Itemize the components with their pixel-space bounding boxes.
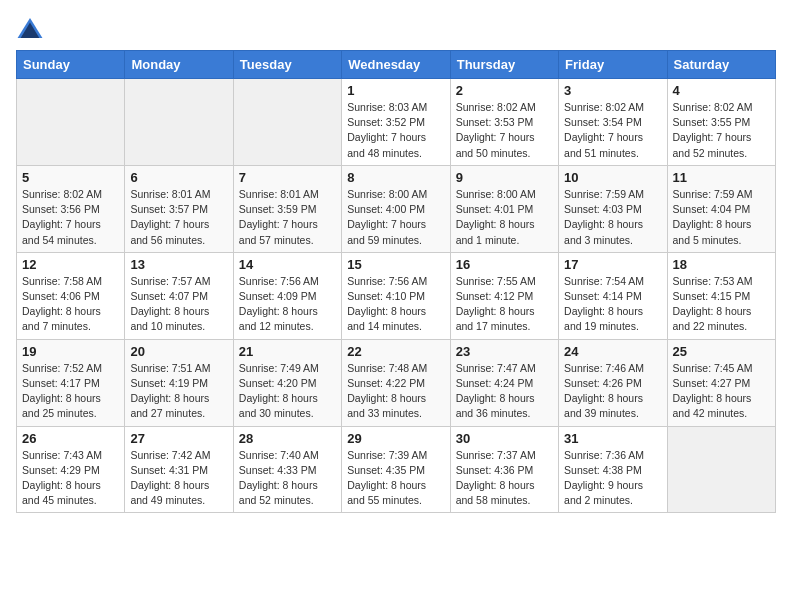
day-number: 2 — [456, 83, 553, 98]
day-number: 9 — [456, 170, 553, 185]
day-info: Sunrise: 7:56 AM Sunset: 4:10 PM Dayligh… — [347, 274, 444, 335]
day-info: Sunrise: 7:53 AM Sunset: 4:15 PM Dayligh… — [673, 274, 770, 335]
day-info: Sunrise: 7:57 AM Sunset: 4:07 PM Dayligh… — [130, 274, 227, 335]
calendar-cell: 2Sunrise: 8:02 AM Sunset: 3:53 PM Daylig… — [450, 79, 558, 166]
calendar-cell: 28Sunrise: 7:40 AM Sunset: 4:33 PM Dayli… — [233, 426, 341, 513]
day-number: 16 — [456, 257, 553, 272]
day-number: 3 — [564, 83, 661, 98]
day-header-monday: Monday — [125, 51, 233, 79]
calendar-cell: 15Sunrise: 7:56 AM Sunset: 4:10 PM Dayli… — [342, 252, 450, 339]
day-info: Sunrise: 7:47 AM Sunset: 4:24 PM Dayligh… — [456, 361, 553, 422]
day-number: 7 — [239, 170, 336, 185]
week-row-1: 1Sunrise: 8:03 AM Sunset: 3:52 PM Daylig… — [17, 79, 776, 166]
calendar-cell: 27Sunrise: 7:42 AM Sunset: 4:31 PM Dayli… — [125, 426, 233, 513]
calendar-cell — [125, 79, 233, 166]
day-number: 14 — [239, 257, 336, 272]
day-info: Sunrise: 7:59 AM Sunset: 4:03 PM Dayligh… — [564, 187, 661, 248]
calendar-cell: 3Sunrise: 8:02 AM Sunset: 3:54 PM Daylig… — [559, 79, 667, 166]
day-info: Sunrise: 8:01 AM Sunset: 3:57 PM Dayligh… — [130, 187, 227, 248]
day-info: Sunrise: 8:01 AM Sunset: 3:59 PM Dayligh… — [239, 187, 336, 248]
day-number: 10 — [564, 170, 661, 185]
day-info: Sunrise: 8:02 AM Sunset: 3:53 PM Dayligh… — [456, 100, 553, 161]
day-header-wednesday: Wednesday — [342, 51, 450, 79]
calendar-cell: 12Sunrise: 7:58 AM Sunset: 4:06 PM Dayli… — [17, 252, 125, 339]
day-number: 27 — [130, 431, 227, 446]
day-info: Sunrise: 8:02 AM Sunset: 3:54 PM Dayligh… — [564, 100, 661, 161]
calendar-cell: 9Sunrise: 8:00 AM Sunset: 4:01 PM Daylig… — [450, 165, 558, 252]
day-info: Sunrise: 7:59 AM Sunset: 4:04 PM Dayligh… — [673, 187, 770, 248]
day-number: 4 — [673, 83, 770, 98]
day-info: Sunrise: 7:37 AM Sunset: 4:36 PM Dayligh… — [456, 448, 553, 509]
calendar-cell: 10Sunrise: 7:59 AM Sunset: 4:03 PM Dayli… — [559, 165, 667, 252]
calendar-cell — [17, 79, 125, 166]
day-number: 21 — [239, 344, 336, 359]
calendar-cell: 21Sunrise: 7:49 AM Sunset: 4:20 PM Dayli… — [233, 339, 341, 426]
day-header-sunday: Sunday — [17, 51, 125, 79]
calendar-cell: 7Sunrise: 8:01 AM Sunset: 3:59 PM Daylig… — [233, 165, 341, 252]
calendar-cell: 1Sunrise: 8:03 AM Sunset: 3:52 PM Daylig… — [342, 79, 450, 166]
calendar-cell: 16Sunrise: 7:55 AM Sunset: 4:12 PM Dayli… — [450, 252, 558, 339]
day-info: Sunrise: 7:56 AM Sunset: 4:09 PM Dayligh… — [239, 274, 336, 335]
header — [16, 16, 776, 40]
week-row-3: 12Sunrise: 7:58 AM Sunset: 4:06 PM Dayli… — [17, 252, 776, 339]
day-number: 30 — [456, 431, 553, 446]
day-header-friday: Friday — [559, 51, 667, 79]
day-info: Sunrise: 8:00 AM Sunset: 4:00 PM Dayligh… — [347, 187, 444, 248]
calendar-cell: 22Sunrise: 7:48 AM Sunset: 4:22 PM Dayli… — [342, 339, 450, 426]
day-info: Sunrise: 7:51 AM Sunset: 4:19 PM Dayligh… — [130, 361, 227, 422]
day-number: 17 — [564, 257, 661, 272]
calendar-cell: 20Sunrise: 7:51 AM Sunset: 4:19 PM Dayli… — [125, 339, 233, 426]
day-number: 15 — [347, 257, 444, 272]
calendar-cell: 25Sunrise: 7:45 AM Sunset: 4:27 PM Dayli… — [667, 339, 775, 426]
calendar-cell: 8Sunrise: 8:00 AM Sunset: 4:00 PM Daylig… — [342, 165, 450, 252]
day-number: 5 — [22, 170, 119, 185]
week-row-4: 19Sunrise: 7:52 AM Sunset: 4:17 PM Dayli… — [17, 339, 776, 426]
week-row-2: 5Sunrise: 8:02 AM Sunset: 3:56 PM Daylig… — [17, 165, 776, 252]
logo-icon — [16, 16, 44, 40]
day-number: 31 — [564, 431, 661, 446]
day-info: Sunrise: 7:48 AM Sunset: 4:22 PM Dayligh… — [347, 361, 444, 422]
day-info: Sunrise: 7:36 AM Sunset: 4:38 PM Dayligh… — [564, 448, 661, 509]
calendar-cell: 18Sunrise: 7:53 AM Sunset: 4:15 PM Dayli… — [667, 252, 775, 339]
day-number: 23 — [456, 344, 553, 359]
day-number: 24 — [564, 344, 661, 359]
day-number: 22 — [347, 344, 444, 359]
day-info: Sunrise: 7:40 AM Sunset: 4:33 PM Dayligh… — [239, 448, 336, 509]
day-number: 6 — [130, 170, 227, 185]
day-number: 29 — [347, 431, 444, 446]
day-number: 28 — [239, 431, 336, 446]
day-header-tuesday: Tuesday — [233, 51, 341, 79]
day-number: 11 — [673, 170, 770, 185]
calendar-cell — [233, 79, 341, 166]
calendar-cell: 26Sunrise: 7:43 AM Sunset: 4:29 PM Dayli… — [17, 426, 125, 513]
day-number: 19 — [22, 344, 119, 359]
calendar-cell: 29Sunrise: 7:39 AM Sunset: 4:35 PM Dayli… — [342, 426, 450, 513]
logo — [16, 16, 48, 40]
day-info: Sunrise: 8:00 AM Sunset: 4:01 PM Dayligh… — [456, 187, 553, 248]
day-info: Sunrise: 7:58 AM Sunset: 4:06 PM Dayligh… — [22, 274, 119, 335]
calendar-cell: 13Sunrise: 7:57 AM Sunset: 4:07 PM Dayli… — [125, 252, 233, 339]
day-info: Sunrise: 7:49 AM Sunset: 4:20 PM Dayligh… — [239, 361, 336, 422]
day-header-saturday: Saturday — [667, 51, 775, 79]
day-info: Sunrise: 8:02 AM Sunset: 3:55 PM Dayligh… — [673, 100, 770, 161]
day-number: 25 — [673, 344, 770, 359]
calendar-cell: 23Sunrise: 7:47 AM Sunset: 4:24 PM Dayli… — [450, 339, 558, 426]
day-info: Sunrise: 7:45 AM Sunset: 4:27 PM Dayligh… — [673, 361, 770, 422]
day-info: Sunrise: 7:55 AM Sunset: 4:12 PM Dayligh… — [456, 274, 553, 335]
day-number: 26 — [22, 431, 119, 446]
day-info: Sunrise: 7:43 AM Sunset: 4:29 PM Dayligh… — [22, 448, 119, 509]
calendar-cell: 11Sunrise: 7:59 AM Sunset: 4:04 PM Dayli… — [667, 165, 775, 252]
calendar-cell: 6Sunrise: 8:01 AM Sunset: 3:57 PM Daylig… — [125, 165, 233, 252]
day-info: Sunrise: 8:02 AM Sunset: 3:56 PM Dayligh… — [22, 187, 119, 248]
calendar-cell: 30Sunrise: 7:37 AM Sunset: 4:36 PM Dayli… — [450, 426, 558, 513]
calendar-cell — [667, 426, 775, 513]
day-number: 20 — [130, 344, 227, 359]
day-info: Sunrise: 7:46 AM Sunset: 4:26 PM Dayligh… — [564, 361, 661, 422]
day-info: Sunrise: 7:52 AM Sunset: 4:17 PM Dayligh… — [22, 361, 119, 422]
calendar-cell: 31Sunrise: 7:36 AM Sunset: 4:38 PM Dayli… — [559, 426, 667, 513]
day-number: 1 — [347, 83, 444, 98]
day-number: 12 — [22, 257, 119, 272]
day-info: Sunrise: 8:03 AM Sunset: 3:52 PM Dayligh… — [347, 100, 444, 161]
day-info: Sunrise: 7:54 AM Sunset: 4:14 PM Dayligh… — [564, 274, 661, 335]
day-number: 8 — [347, 170, 444, 185]
